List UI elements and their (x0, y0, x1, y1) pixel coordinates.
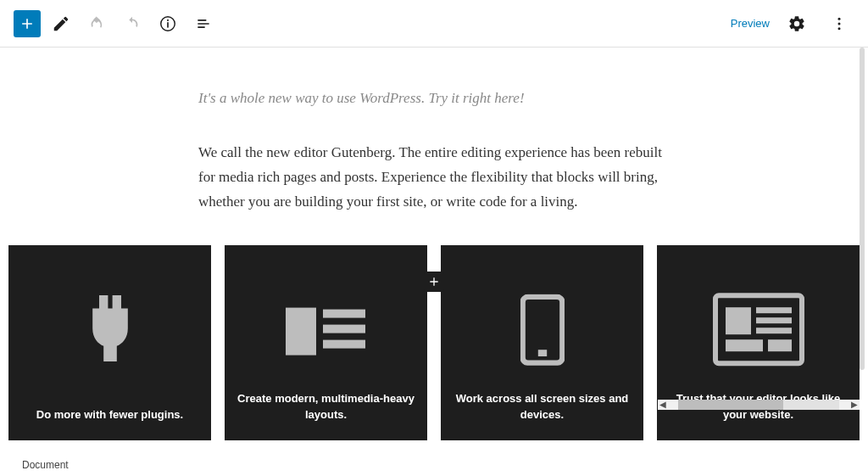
feature-card-devices[interactable]: Work across all screen sizes and devices… (441, 245, 643, 440)
gear-icon (787, 14, 806, 33)
pencil-icon (52, 14, 70, 33)
svg-rect-1 (167, 22, 169, 27)
feature-card-plugins[interactable]: Do more with fewer plugins. (8, 245, 211, 440)
svg-rect-11 (537, 350, 546, 356)
plus-icon (19, 15, 36, 32)
vertical-scrollbar[interactable] (860, 48, 865, 370)
more-menu-button[interactable] (824, 8, 854, 39)
feature-card-wysiwyg[interactable]: Trust that your editor looks like your w… (657, 245, 860, 440)
svg-point-2 (167, 19, 169, 20)
svg-rect-6 (286, 307, 316, 355)
layout-icon (286, 300, 367, 365)
toolbar-right-group: Preview (731, 8, 854, 39)
toolbar-left-group (14, 8, 219, 39)
svg-rect-17 (726, 339, 763, 351)
svg-point-5 (838, 27, 841, 30)
info-icon (159, 14, 177, 33)
scroll-right-arrow-icon[interactable]: ▶ (849, 400, 860, 410)
svg-rect-9 (323, 339, 365, 348)
feature-card-label: Create modern, multimedia-heavy layouts. (236, 390, 415, 423)
browser-layout-icon (712, 292, 805, 370)
feature-card-layouts[interactable]: Create modern, multimedia-heavy layouts. (225, 245, 427, 440)
outline-button[interactable] (188, 8, 219, 39)
svg-rect-15 (756, 317, 792, 323)
redo-button[interactable] (117, 8, 147, 39)
plug-icon (77, 288, 143, 372)
preview-link[interactable]: Preview (731, 17, 770, 30)
add-block-button[interactable] (14, 10, 41, 37)
intro-subtitle[interactable]: It's a whole new way to use WordPress. T… (198, 90, 670, 107)
svg-rect-14 (756, 307, 792, 313)
insert-block-inline-button[interactable] (424, 272, 444, 292)
svg-point-4 (838, 22, 841, 25)
edit-mode-button[interactable] (46, 8, 76, 39)
svg-rect-16 (756, 328, 792, 333)
vertical-dots-icon (831, 15, 848, 32)
list-icon (195, 15, 212, 32)
feature-card-label: Do more with fewer plugins. (36, 406, 183, 423)
intro-paragraph[interactable]: We call the new editor Gutenberg. The en… (198, 141, 670, 215)
scroll-left-arrow-icon[interactable]: ◀ (658, 400, 668, 410)
top-toolbar: Preview (0, 0, 868, 48)
settings-button[interactable] (782, 8, 812, 39)
plus-icon (427, 275, 441, 288)
breadcrumb-document[interactable]: Document (22, 459, 69, 471)
content-text-area: It's a whole new way to use WordPress. T… (188, 90, 680, 215)
phone-icon (520, 294, 565, 368)
svg-rect-13 (726, 307, 751, 334)
horizontal-scrollbar[interactable]: ◀ ▶ (658, 400, 860, 410)
svg-rect-7 (323, 309, 365, 317)
redo-icon (123, 14, 142, 33)
scroll-thumb[interactable] (678, 400, 783, 410)
editor-canvas[interactable]: It's a whole new way to use WordPress. T… (0, 48, 868, 440)
undo-button[interactable] (81, 8, 112, 39)
feature-card-label: Work across all screen sizes and devices… (453, 390, 632, 423)
svg-point-3 (838, 17, 841, 20)
svg-rect-8 (323, 324, 365, 333)
svg-rect-18 (768, 339, 792, 351)
scroll-track[interactable] (678, 400, 839, 410)
info-button[interactable] (153, 8, 183, 39)
undo-icon (87, 14, 106, 33)
